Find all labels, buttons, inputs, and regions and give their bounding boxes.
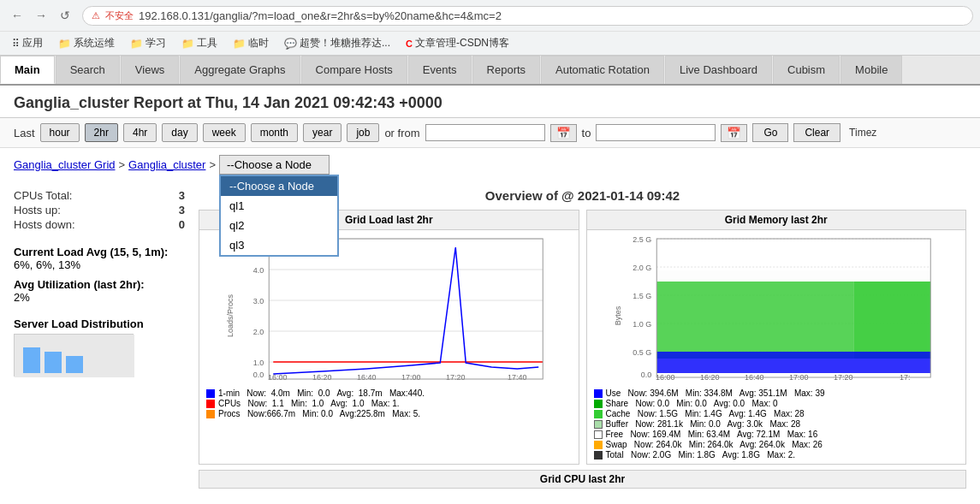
time-btn-2hr[interactable]: 2hr (85, 123, 118, 142)
cpus-label: CPUs Total: (14, 189, 72, 202)
time-btn-hour[interactable]: hour (40, 123, 80, 142)
forward-button[interactable]: → (31, 5, 51, 26)
svg-text:17:00: 17:00 (401, 373, 421, 382)
legend-share: Share Now: 0.0 Min: 0.0 Avg: 0.0 Max: 0 (594, 399, 959, 408)
bookmark-apps[interactable]: ⠿ 应用 (7, 34, 48, 52)
tab-reports[interactable]: Reports (472, 56, 541, 84)
tab-views[interactable]: Views (121, 56, 179, 84)
bookmark-sysops[interactable]: 📁 系统运维 (53, 34, 120, 52)
bookmark-label: 文章管理-CSDN博客 (415, 36, 509, 50)
legend-cache: Cache Now: 1.5G Min: 1.4G Avg: 1.4G Max:… (594, 409, 959, 418)
load-avg-title: Current Load Avg (15, 5, 1m): (14, 246, 185, 258)
tab-aggregate-graphs[interactable]: Aggregate Graphs (180, 56, 300, 84)
chart-memory-svg: 2.5 G 2.0 G 1.5 G 1.0 G 0.5 G 0.0 Bytes (587, 230, 966, 384)
node-option-ql2[interactable]: ql2 (221, 216, 337, 235)
svg-text:0.0: 0.0 (640, 371, 651, 379)
address-bar[interactable]: ⚠ 不安全 192.168.0.131/ganglia/?m=load_one&… (82, 6, 973, 26)
legend-procs: Procs Now:666.7m Min: 0.0 Avg:225.8m Max… (206, 409, 572, 418)
svg-text:2.0 G: 2.0 G (633, 264, 651, 272)
tab-cubism[interactable]: Cubism (773, 56, 840, 84)
time-btn-job[interactable]: job (347, 123, 379, 142)
tab-mobile[interactable]: Mobile (840, 56, 902, 84)
legend-label-1min: 1-min Now: 4.0m Min: 0.0 Avg: 18.7m Max:… (218, 388, 425, 398)
time-btn-4hr[interactable]: 4hr (123, 123, 157, 142)
bookmark-temp[interactable]: 📁 临时 (228, 34, 274, 52)
hosts-down-row: Hosts down: 0 (14, 217, 185, 232)
svg-text:2.0: 2.0 (253, 328, 264, 336)
time-btn-week[interactable]: week (203, 123, 246, 142)
title-section: Ganglia_cluster Report at Thu, 14 Jan 20… (0, 86, 980, 118)
time-range-bar: Last hour 2hr 4hr day week month year jo… (0, 118, 980, 148)
bookmark-tools[interactable]: 📁 工具 (176, 34, 223, 52)
legend-swap: Swap Now: 264.0k Min: 264.0k Avg: 264.0k… (594, 440, 959, 449)
svg-text:0.0: 0.0 (253, 371, 264, 379)
svg-text:1.0: 1.0 (253, 359, 264, 367)
legend-label-cache: Cache Now: 1.5G Min: 1.4G Avg: 1.4G Max:… (606, 409, 805, 418)
node-option-ql3[interactable]: ql3 (221, 235, 337, 255)
node-select[interactable]: --Choose a Node ql1 ql2 ql3 (219, 155, 330, 175)
bookmark-label: 临时 (248, 36, 269, 50)
last-label: Last (14, 127, 35, 139)
legend-label-share: Share Now: 0.0 Min: 0.0 Avg: 0.0 Max: 0 (606, 399, 778, 408)
to-calendar-button[interactable]: 📅 (721, 124, 747, 142)
browser-chrome: ← → ↺ ⚠ 不安全 192.168.0.131/ganglia/?m=loa… (0, 0, 980, 56)
reload-button[interactable]: ↺ (55, 5, 75, 26)
hosts-up-value: 3 (159, 204, 185, 216)
cpus-total-row: CPUs Total: 3 (14, 188, 185, 203)
apps-icon: ⠿ (12, 38, 20, 50)
timezone-label: Timez (849, 127, 876, 139)
tab-compare-hosts[interactable]: Compare Hosts (301, 56, 407, 84)
breadcrumb-cluster[interactable]: Ganglia_cluster (128, 158, 205, 171)
legend-free: Free Now: 169.4M Min: 63.4M Avg: 72.1M M… (594, 430, 959, 439)
svg-text:Loads/Procs: Loads/Procs (226, 294, 235, 337)
from-date-input[interactable] (425, 124, 545, 141)
chart-load-legend: 1-min Now: 4.0m Min: 0.0 Avg: 18.7m Max:… (199, 384, 579, 423)
hosts-up-row: Hosts up: 3 (14, 203, 185, 217)
tab-main[interactable]: Main (0, 56, 55, 84)
folder-icon: 📁 (233, 38, 246, 50)
legend-cpus: CPUs Now: 1.1 Min: 1.0 Avg: 1.0 Max: 1. (206, 399, 572, 408)
svg-text:Bytes: Bytes (614, 305, 622, 325)
hosts-down-label: Hosts down: (14, 218, 75, 231)
server-dist-chart (14, 334, 134, 377)
legend-buffer: Buffer Now: 281.1k Min: 0.0 Avg: 3.0k Ma… (594, 419, 959, 429)
legend-color-buffer (594, 420, 603, 429)
time-btn-year[interactable]: year (303, 123, 342, 142)
bookmarks-bar: ⠿ 应用 📁 系统运维 📁 学习 📁 工具 📁 临时 💬 超赞！堆糖推荐达...… (0, 31, 980, 55)
hosts-up-label: Hosts up: (14, 204, 61, 216)
time-btn-month[interactable]: month (251, 123, 298, 142)
time-btn-day[interactable]: day (162, 123, 197, 142)
bookmark-csdn[interactable]: C 文章管理-CSDN博客 (401, 34, 514, 52)
hosts-down-value: 0 (159, 218, 185, 231)
breadcrumb-sep2: > (209, 158, 216, 171)
node-option-choose[interactable]: --Choose a Node (221, 176, 337, 196)
legend-color-1min (206, 389, 215, 398)
tab-live-dashboard[interactable]: Live Dashboard (665, 56, 772, 84)
node-option-ql1[interactable]: ql1 (221, 196, 337, 216)
svg-rect-38 (656, 282, 853, 359)
to-date-input[interactable] (596, 124, 716, 141)
legend-color-free (594, 430, 603, 439)
legend-color-cpus (206, 400, 215, 408)
bookmark-study[interactable]: 📁 学习 (125, 34, 171, 52)
go-button[interactable]: Go (752, 123, 788, 142)
legend-label-cpus: CPUs Now: 1.1 Min: 1.0 Avg: 1.0 Max: 1. (218, 399, 400, 408)
node-select-wrapper: --Choose a Node ql1 ql2 ql3 --Choose a N… (219, 155, 330, 175)
tab-search[interactable]: Search (56, 56, 120, 84)
breadcrumb-sep1: > (119, 158, 126, 171)
breadcrumb-cluster-grid[interactable]: Ganglia_cluster Grid (14, 158, 116, 171)
load-avg-value: 6%, 6%, 13% (14, 258, 185, 271)
tab-events[interactable]: Events (408, 56, 472, 84)
page-content: Ganglia_cluster Report at Thu, 14 Jan 20… (0, 86, 980, 489)
svg-text:16:20: 16:20 (312, 373, 332, 382)
back-button[interactable]: ← (7, 5, 27, 26)
svg-text:2.5 G: 2.5 G (633, 235, 651, 244)
from-calendar-button[interactable]: 📅 (550, 124, 577, 142)
bookmark-tuijian[interactable]: 💬 超赞！堆糖推荐达... (279, 34, 395, 52)
chart-memory-legend: Use Now: 394.6M Min: 334.8M Avg: 351.1M … (587, 384, 966, 464)
tab-automatic-rotation[interactable]: Automatic Rotation (541, 56, 664, 84)
legend-label-swap: Swap Now: 264.0k Min: 264.0k Avg: 264.0k… (606, 440, 823, 449)
svg-rect-2 (45, 352, 62, 373)
clear-button[interactable]: Clear (793, 123, 840, 142)
svg-text:16:40: 16:40 (357, 373, 377, 382)
